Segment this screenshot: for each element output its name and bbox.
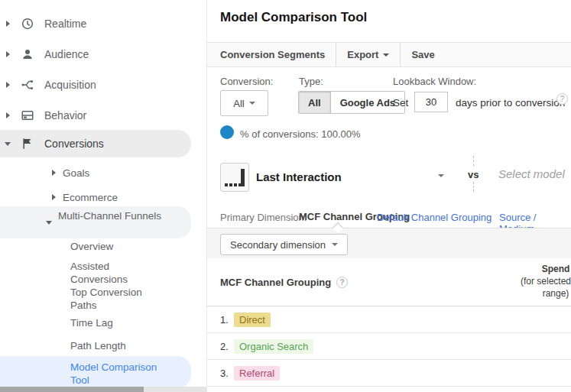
spend-header-line: Spend [505, 263, 571, 275]
acquisition-icon [21, 78, 34, 92]
sidebar-item-label: Time Lag [70, 316, 185, 329]
channel-grouping-header-label: MCF Channel Grouping [220, 277, 331, 288]
sidebar: Realtime Audience Acquisition Behavior [0, 0, 206, 392]
sidebar-item-label: Audience [44, 48, 89, 60]
channel-chip-direct[interactable]: Direct [234, 313, 271, 327]
sidebar-item-label: Overview [70, 240, 185, 253]
spend-column-header[interactable]: Spend (for selected time range) [505, 263, 571, 300]
percent-of-conversions-label: % of conversions: 100.00% [240, 128, 361, 140]
primary-dimension-label: Primary Dimension: [220, 212, 307, 223]
conversion-segments-button[interactable]: Conversion Segments [207, 43, 336, 66]
sidebar-item-ecommerce[interactable]: Ecommerce [52, 191, 177, 204]
sidebar-item-path-length[interactable]: Path Length [70, 339, 185, 352]
row-rank: 1. [220, 314, 229, 326]
sidebar-item-label: Path Length [70, 339, 185, 352]
sidebar-item-acquisition[interactable]: Acquisition [0, 71, 191, 99]
tab-default-channel-grouping[interactable]: Default Channel Grouping [377, 212, 492, 223]
sidebar-item-label: Realtime [44, 18, 86, 30]
channel-grouping-column-header[interactable]: MCF Channel Grouping ? [220, 277, 348, 288]
chevron-down-icon [383, 53, 389, 57]
sidebar-item-audience[interactable]: Audience [0, 40, 191, 68]
expand-right-icon[interactable] [52, 194, 56, 200]
export-button[interactable]: Export [336, 43, 400, 66]
conversion-percentage-dot [220, 125, 234, 139]
sidebar-item-label: Model Comparison Tool [70, 361, 170, 387]
expand-right-icon[interactable] [6, 51, 10, 57]
select-model-placeholder[interactable]: Select model [498, 167, 565, 180]
sidebar-item-overview[interactable]: Overview [70, 240, 185, 253]
expand-right-icon[interactable] [52, 170, 56, 176]
expand-right-icon[interactable] [6, 21, 10, 27]
secondary-dimension-label: Secondary dimension [230, 239, 326, 251]
expand-right-icon[interactable] [6, 82, 10, 88]
save-button[interactable]: Save [401, 43, 445, 66]
type-all-button[interactable]: All [299, 92, 331, 113]
sidebar-item-multi-channel-funnels[interactable]: Multi-Channel Funnels [0, 206, 191, 238]
main-content: Model Comparison Tool Conversion Segment… [206, 0, 571, 392]
type-filter-label: Type: [299, 76, 323, 87]
table-header-row: MCF Channel Grouping ? Spend (for select… [207, 258, 571, 306]
model-comparison-tool-page: Realtime Audience Acquisition Behavior [0, 0, 571, 392]
sidebar-item-realtime[interactable]: Realtime [0, 10, 191, 37]
sidebar-item-conversions[interactable]: Conversions [0, 130, 191, 157]
spend-header-line: (for selected time [505, 275, 571, 287]
sidebar-item-model-comparison-tool[interactable]: Model Comparison Tool [0, 356, 191, 388]
spend-header-line: range) [505, 287, 571, 300]
type-google-ads-label: Google Ads [340, 97, 395, 109]
sidebar-item-label: Assisted Conversions [70, 260, 162, 286]
type-segmented-control: All Google Ads [298, 91, 405, 114]
behavior-icon [21, 109, 34, 122]
set-label: Set [393, 97, 408, 109]
page-title: Model Comparison Tool [220, 10, 367, 25]
conversion-segments-label: Conversion Segments [220, 49, 325, 60]
vs-divider [473, 156, 474, 166]
type-all-label: All [308, 97, 321, 109]
sidebar-item-behavior[interactable]: Behavior [0, 102, 191, 129]
sidebar-item-label: Conversions [44, 138, 104, 150]
channel-chip-referral[interactable]: Referral [234, 366, 280, 381]
secondary-dimension-button[interactable]: Secondary dimension [220, 234, 348, 255]
conversion-select-value: All [233, 98, 244, 109]
row-rank: 2. [220, 341, 229, 352]
sidebar-scrollbar-thumb[interactable] [0, 387, 144, 392]
sidebar-item-label: Top Conversion Paths [70, 286, 162, 312]
sidebar-item-top-conversion-paths[interactable]: Top Conversion Paths [70, 286, 162, 312]
lookback-days-input[interactable] [414, 92, 448, 112]
table-row: 3. Referral [207, 360, 571, 387]
sidebar-scrollbar-track[interactable] [0, 387, 206, 392]
flag-icon [21, 137, 34, 151]
row-rank: 3. [220, 368, 229, 379]
expand-down-icon[interactable] [5, 142, 11, 146]
selected-model-name[interactable]: Last Interaction [256, 170, 342, 183]
column-help-icon[interactable]: ? [336, 277, 348, 288]
toolbar: Conversion Segments Export Save [207, 42, 571, 67]
days-prior-label: days prior to conversion [456, 97, 565, 109]
conversion-filter-label: Conversion: [220, 76, 273, 87]
lookback-help-icon[interactable]: ? [556, 93, 568, 105]
channel-chip-organic-search[interactable]: Organic Search [234, 339, 313, 354]
sidebar-item-assisted-conversions[interactable]: Assisted Conversions [70, 260, 162, 286]
conversion-select[interactable]: All [220, 90, 268, 116]
sidebar-item-time-lag[interactable]: Time Lag [70, 316, 185, 329]
table-row: 2. Organic Search [207, 333, 571, 360]
table-row: 1. Direct [207, 306, 571, 333]
chevron-down-icon [332, 243, 338, 246]
lookback-window-label: Lookback Window: [393, 76, 476, 87]
clock-icon [21, 17, 34, 31]
expand-right-icon[interactable] [6, 112, 10, 118]
sidebar-item-label: Multi-Channel Funnels [58, 209, 165, 222]
person-icon [21, 47, 34, 61]
vs-divider [473, 182, 474, 192]
last-interaction-model-icon[interactable] [220, 163, 249, 192]
sidebar-item-label: Behavior [44, 109, 86, 121]
vs-label: vs [468, 169, 479, 180]
sidebar-item-label: Goals [63, 167, 177, 180]
sidebar-item-goals[interactable]: Goals [52, 167, 177, 180]
expand-down-icon[interactable] [46, 221, 52, 225]
sidebar-item-label: Ecommerce [63, 191, 177, 204]
chevron-down-icon [249, 102, 255, 105]
chevron-down-icon[interactable] [438, 174, 444, 177]
export-label: Export [347, 49, 378, 60]
sidebar-item-label: Acquisition [44, 79, 96, 91]
save-label: Save [411, 49, 434, 60]
